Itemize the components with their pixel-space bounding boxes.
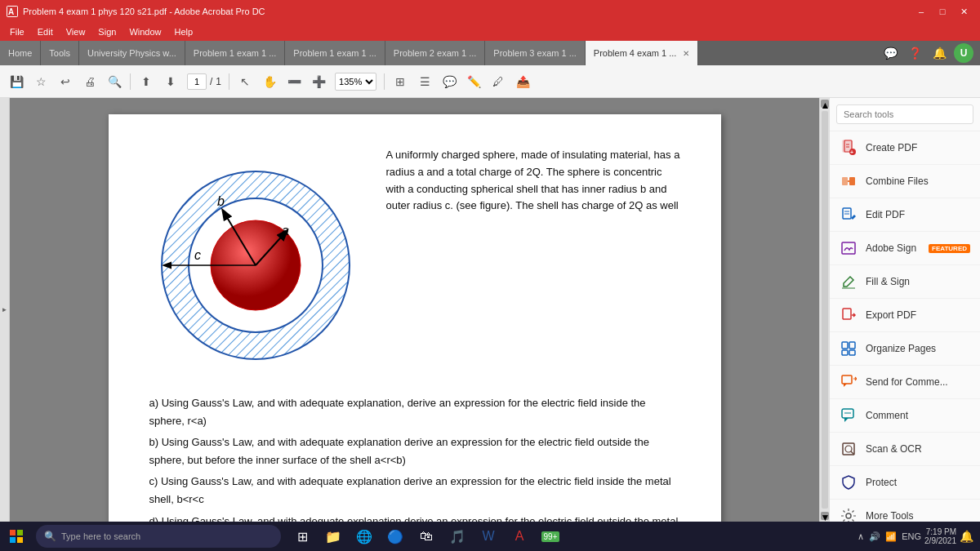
tool-export-pdf[interactable]: Export PDF	[830, 299, 980, 332]
minimize-button[interactable]: –	[911, 3, 931, 20]
edit-pdf-icon	[840, 206, 858, 224]
sep1	[130, 73, 131, 90]
view-mode-button[interactable]: ☰	[413, 70, 436, 93]
tool-adobe-sign[interactable]: Adobe Sign FEATURED	[830, 232, 980, 265]
tab-tools[interactable]: Tools	[41, 41, 79, 65]
zoom-control[interactable]: 135% 100% 150%	[335, 73, 376, 91]
comment-label: Comment	[866, 410, 970, 421]
page-input[interactable]	[187, 73, 207, 90]
tab-home[interactable]: Home	[0, 41, 41, 65]
svg-rect-41	[10, 537, 16, 543]
taskbar: 🔍 Type here to search ⊞ 📁 🌐 🔵 🛍 🎵 W A 99…	[0, 522, 980, 551]
tab-problem1a[interactable]: Problem 1 exam 1 ...	[185, 41, 286, 65]
toolbar: 💾 ☆ ↩ 🖨 🔍 ⬆ ⬇ / 1 ↖ ✋ ➖ ➕ 135% 100% 150%…	[0, 65, 980, 98]
tools-panel: + Create PDF Combine Files Edit PDF Adob…	[829, 98, 980, 522]
tray-language[interactable]: ENG	[902, 531, 921, 541]
system-tray: ∧ 🔊 📶 ENG	[858, 531, 921, 542]
menu-bar: File Edit View Sign Window Help	[0, 23, 980, 41]
tool-comment[interactable]: Comment	[830, 399, 980, 433]
prev-page-button[interactable]: ⬆	[135, 70, 158, 93]
taskbar-edge[interactable]: 🌐	[350, 522, 379, 551]
tool-more-tools[interactable]: More Tools	[830, 500, 980, 522]
taskbar-explorer[interactable]: 📁	[318, 522, 348, 551]
cursor-tool[interactable]: ↖	[234, 70, 256, 93]
scroll-thumb[interactable]	[822, 111, 828, 509]
tray-speaker[interactable]: 🔊	[869, 531, 880, 542]
zoom-in-button[interactable]: ➕	[307, 70, 330, 93]
tray-network[interactable]: 📶	[885, 531, 897, 542]
taskbar-acrobat[interactable]: A	[505, 522, 534, 551]
fill-sign-icon	[840, 273, 858, 291]
taskbar-chrome[interactable]: 🔵	[381, 522, 410, 551]
hand-tool[interactable]: ✋	[258, 70, 281, 93]
annotation-button[interactable]: 💬	[438, 70, 461, 93]
taskbar-time-date[interactable]: 7:19 PM 2/9/2021	[924, 527, 956, 545]
tool-combine-files[interactable]: Combine Files	[830, 165, 980, 198]
svg-text:+: +	[850, 149, 853, 155]
tool-edit-pdf[interactable]: Edit PDF	[830, 198, 980, 232]
tab-problem4[interactable]: Problem 4 exam 1 ... ✕	[586, 41, 699, 65]
svg-text:b: b	[217, 194, 225, 208]
pdf-page: a b c	[109, 114, 721, 522]
tool-create-pdf[interactable]: + Create PDF	[830, 131, 980, 165]
tool-fill-sign[interactable]: Fill & Sign	[830, 265, 980, 299]
menu-help[interactable]: Help	[168, 25, 200, 38]
featured-badge: FEATURED	[929, 244, 970, 253]
tab-problem2[interactable]: Problem 2 exam 1 ...	[385, 41, 486, 65]
menu-file[interactable]: File	[3, 25, 31, 38]
taskbar-search-icon: 🔍	[44, 531, 56, 542]
send-comment-label: Send for Comme...	[866, 376, 970, 388]
user-avatar[interactable]: U	[954, 43, 973, 63]
undo-button[interactable]: ↩	[54, 70, 77, 93]
print-button[interactable]: 🖨	[78, 70, 101, 93]
search-file-button[interactable]: 🔍	[103, 70, 126, 93]
scan-ocr-label: Scan & OCR	[866, 443, 970, 455]
star-button[interactable]: ☆	[29, 70, 52, 93]
svg-text:a: a	[282, 224, 289, 238]
share-button[interactable]: 📤	[511, 70, 534, 93]
protect-icon	[840, 473, 858, 491]
menu-window[interactable]: Window	[122, 25, 167, 38]
organize-pages-label: Organize Pages	[866, 343, 970, 354]
tab-close-button[interactable]: ✕	[683, 49, 689, 58]
start-button[interactable]	[0, 522, 33, 551]
taskbar-store[interactable]: 🛍	[412, 522, 441, 551]
edit-button[interactable]: ✏️	[462, 70, 485, 93]
taskbar-search[interactable]: 🔍 Type here to search	[36, 525, 281, 548]
window-controls[interactable]: – □ ✕	[911, 3, 973, 20]
pdf-content[interactable]: a b c	[10, 98, 819, 522]
menu-edit[interactable]: Edit	[31, 25, 60, 38]
taskbar-app-99[interactable]: 99+	[536, 522, 565, 551]
scroll-down-arrow[interactable]: ▼	[821, 512, 829, 520]
vertical-scrollbar[interactable]: ▲ ▼	[819, 98, 829, 522]
taskbar-word[interactable]: W	[474, 522, 503, 551]
maximize-button[interactable]: □	[933, 3, 952, 20]
tool-organize-pages[interactable]: Organize Pages	[830, 332, 980, 366]
tab-university[interactable]: University Physics w...	[79, 41, 185, 65]
tab-problem1b[interactable]: Problem 1 exam 1 ...	[285, 41, 385, 65]
zoom-out-button[interactable]: ➖	[283, 70, 305, 93]
chat-icon[interactable]: 💬	[880, 43, 900, 63]
fit-page-button[interactable]: ⊞	[389, 70, 412, 93]
taskbar-task-view[interactable]: ⊞	[287, 522, 317, 551]
next-page-button[interactable]: ⬇	[159, 70, 182, 93]
scroll-up-arrow[interactable]: ▲	[821, 100, 829, 108]
tool-protect[interactable]: Protect	[830, 466, 980, 500]
notification-button[interactable]: 🔔	[960, 530, 973, 543]
help-icon[interactable]: ❓	[905, 43, 924, 63]
tool-send-comment[interactable]: Send for Comme...	[830, 366, 980, 399]
tool-scan-ocr[interactable]: Scan & OCR	[830, 433, 980, 466]
menu-view[interactable]: View	[60, 25, 92, 38]
taskbar-spotify[interactable]: 🎵	[443, 522, 472, 551]
tab-problem3[interactable]: Problem 3 exam 1 ...	[485, 41, 586, 65]
menu-sign[interactable]: Sign	[91, 25, 122, 38]
redact-button[interactable]: 🖊	[487, 70, 510, 93]
tools-search-input[interactable]	[836, 104, 973, 124]
zoom-select[interactable]: 135% 100% 150%	[335, 73, 376, 91]
left-panel-toggle[interactable]: ►	[0, 98, 10, 522]
close-button[interactable]: ✕	[954, 3, 973, 20]
tray-chevron[interactable]: ∧	[858, 531, 864, 542]
save-button[interactable]: 💾	[5, 70, 28, 93]
create-pdf-icon: +	[840, 139, 858, 157]
notifications-icon[interactable]: 🔔	[929, 43, 949, 63]
